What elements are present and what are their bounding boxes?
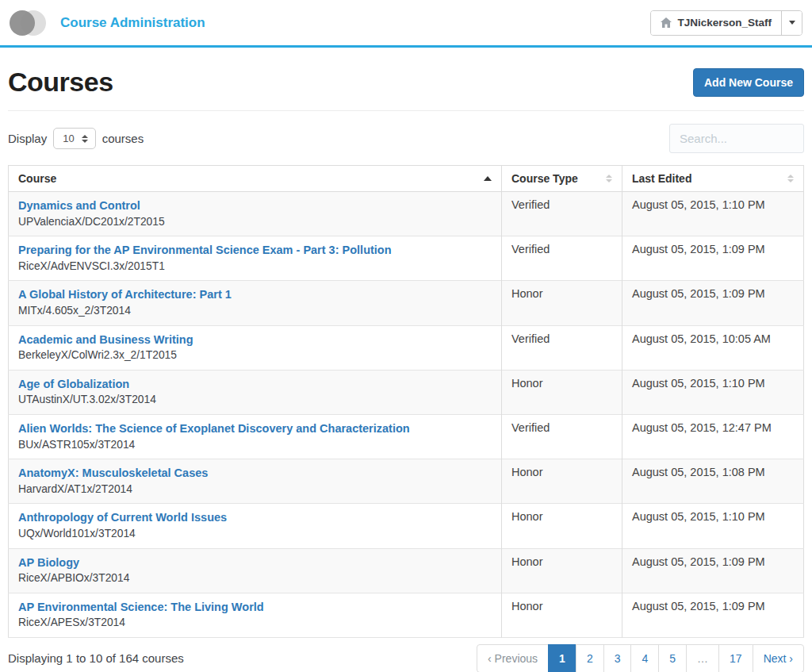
sort-both-icon [606,175,612,182]
table-row: AP Environmental Science: The Living Wor… [9,593,804,637]
column-header-course-type[interactable]: Course Type [502,166,622,192]
course-type-cell: Verified [502,236,622,281]
table-row: Dynamics and ControlUPValenciaX/DC201x/2… [9,192,804,236]
course-type-cell: Verified [502,325,622,370]
last-edited-cell: August 05, 2015, 1:09 PM [622,281,804,325]
last-edited-cell: August 05, 2015, 1:10 PM [622,370,804,414]
course-id: BerkeleyX/ColWri2.3x_2/1T2015 [18,348,492,363]
display-count-value: 10 [63,132,74,144]
course-type-cell: Honor [502,281,622,325]
last-edited-cell: August 05, 2015, 1:09 PM [622,236,804,281]
course-link[interactable]: AP Biology [18,555,79,571]
course-link[interactable]: Academic and Business Writing [18,332,193,348]
table-header-row: Course Course Type Last Edited [9,166,804,192]
course-link[interactable]: Alien Worlds: The Science of Exoplanet D… [18,421,410,437]
course-link[interactable]: Dynamics and Control [18,198,140,214]
column-header-last-edited[interactable]: Last Edited [622,166,804,192]
courses-label: courses [102,132,144,145]
pagination-ellipsis: … [686,644,719,672]
course-id: RiceX/AdvENVSCI.3x/2015T1 [18,259,492,275]
course-id: MITx/4.605x_2/3T2014 [18,304,492,319]
course-type-cell: Verified [502,414,622,459]
user-dropdown-toggle[interactable] [781,11,802,35]
last-edited-cell: August 05, 2015, 1:08 PM [622,459,804,504]
course-type-cell: Verified [502,192,622,236]
pagination-next[interactable]: Next › [753,644,804,672]
table-row: Preparing for the AP Environmental Scien… [9,236,804,281]
course-type-cell: Honor [502,504,622,548]
last-edited-cell: August 05, 2015, 12:47 PM [622,414,804,459]
table-row: Anthropology of Current World IssuesUQx/… [9,504,804,548]
select-stepper-icon [82,135,88,143]
site-logo [10,10,46,36]
pagination-page-2[interactable]: 2 [576,644,604,672]
table-row: AnatomyX: Musculoskeletal CasesHarvardX/… [9,459,804,504]
app-title: Course Administration [60,15,205,31]
chevron-down-icon [789,21,795,25]
course-link[interactable]: Age of Globalization [18,377,129,393]
last-edited-cell: August 05, 2015, 1:10 PM [622,192,804,236]
course-type-cell: Honor [502,459,622,504]
table-row: Age of GlobalizationUTAustinX/UT.3.02x/3… [9,370,804,414]
last-edited-cell: August 05, 2015, 1:10 PM [622,504,804,548]
pagination-page-5[interactable]: 5 [658,644,687,672]
course-link[interactable]: AP Environmental Science: The Living Wor… [18,600,264,616]
course-link[interactable]: Anthropology of Current World Issues [18,510,227,526]
table-row: Academic and Business WritingBerkeleyX/C… [9,325,804,370]
course-link[interactable]: Preparing for the AP Environmental Scien… [18,243,392,259]
username-label: TJNickerson_Staff [677,17,772,29]
add-new-course-button[interactable]: Add New Course [693,68,804,97]
table-row: A Global History of Architecture: Part 1… [9,281,804,325]
course-id: RiceX/APBIOx/3T2014 [18,571,492,586]
course-link[interactable]: AnatomyX: Musculoskeletal Cases [18,466,208,482]
course-id: UPValenciaX/DC201x/2T2015 [18,215,492,230]
last-edited-cell: August 05, 2015, 10:05 AM [622,325,804,370]
course-table-body: Dynamics and ControlUPValenciaX/DC201x/2… [9,192,804,638]
pagination-page-1[interactable]: 1 [548,644,576,672]
course-id: HarvardX/AT1x/2T2014 [18,482,492,497]
course-id: RiceX/APESx/3T2014 [18,616,492,631]
pagination-previous[interactable]: ‹ Previous [477,644,549,672]
table-row: Alien Worlds: The Science of Exoplanet D… [9,414,804,459]
table-row: AP BiologyRiceX/APBIOx/3T2014 Honor Augu… [9,548,804,593]
user-home-button[interactable]: TJNickerson_Staff [651,11,781,35]
pagination-page-4[interactable]: 4 [630,644,659,672]
home-icon [661,17,672,28]
course-type-cell: Honor [502,548,622,593]
pagination-page-17[interactable]: 17 [718,644,753,672]
search-input[interactable] [669,124,804,153]
page-title: Courses [8,67,113,98]
logo-circle-dark [10,10,35,36]
title-divider [8,110,804,111]
results-summary: Displaying 1 to 10 of 164 courses [8,651,184,665]
top-header: Course Administration TJNickerson_Staff [0,0,812,48]
course-link[interactable]: A Global History of Architecture: Part 1 [18,287,232,303]
course-id: UQx/World101x/3T2014 [18,527,492,542]
course-id: BUx/ASTR105x/3T2014 [18,438,492,453]
sort-ascending-icon [484,176,492,181]
display-label: Display [8,132,47,145]
last-edited-cell: August 05, 2015, 1:09 PM [622,593,804,637]
course-type-cell: Honor [502,593,622,637]
column-header-course[interactable]: Course [9,166,502,192]
courses-table: Course Course Type Last Edited Dynamics … [8,165,804,638]
pagination-page-3[interactable]: 3 [603,644,632,672]
course-type-cell: Honor [502,370,622,414]
course-id: UTAustinX/UT.3.02x/3T2014 [18,393,492,408]
display-count-select[interactable]: 10 [53,128,95,149]
last-edited-cell: August 05, 2015, 1:09 PM [622,548,804,593]
pagination: ‹ Previous 1 2 3 4 5 … 17 Next › [477,644,804,672]
sort-both-icon [787,175,794,182]
user-menu: TJNickerson_Staff [650,10,802,36]
